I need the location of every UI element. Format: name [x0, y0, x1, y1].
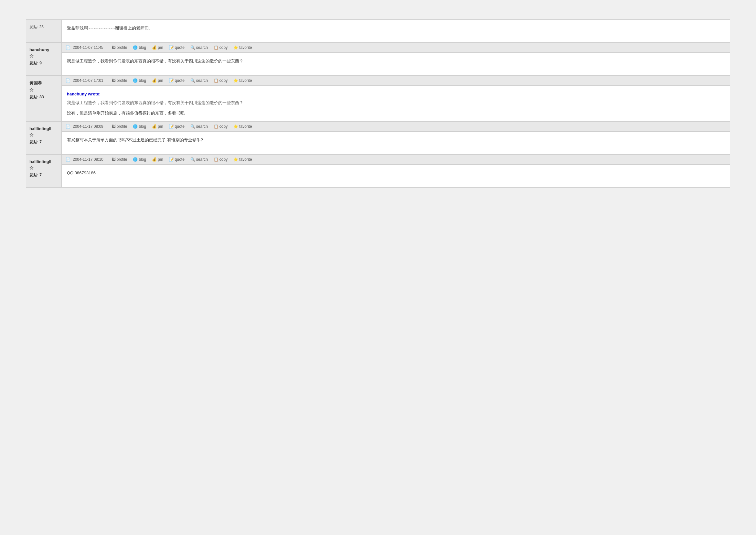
action-profile[interactable]: 🖼profile — [112, 45, 127, 50]
author-name: hxlllinlingll — [29, 159, 58, 164]
action-pm[interactable]: 💰pm — [152, 45, 163, 50]
post-datetime: 2004-11-17 08:10 — [73, 157, 103, 162]
post-row: hxlllinlingll ☆ 发贴: 7 📄2004-11-17 08:10🖼… — [26, 155, 730, 187]
action-favorite[interactable]: ⭐favorite — [233, 45, 252, 50]
post-header: 📄2004-11-07 17:01🖼profile🌐blog💰pm📝quote🔍… — [62, 76, 730, 86]
copy-icon: 📋 — [214, 45, 219, 50]
search-icon: 🔍 — [190, 124, 195, 129]
doc-icon: 📄 — [66, 157, 70, 162]
quote-block: hanchuny wrote: 我是做工程造价，我看到你们发表的东西真的很不错，… — [67, 90, 725, 107]
quote-icon: 📝 — [169, 45, 174, 50]
action-quote[interactable]: 📝quote — [169, 157, 185, 162]
action-copy[interactable]: 📋copy — [214, 45, 228, 50]
post-text: 没有，但是清单刚开始实施，有很多值得探讨的东西，多看书吧 — [67, 109, 725, 117]
pm-icon: 💰 — [152, 157, 157, 162]
post-row: hanchuny ☆ 发贴: 9 📄2004-11-07 11:45🖼profi… — [26, 43, 730, 76]
action-copy[interactable]: 📋copy — [214, 157, 228, 162]
forum-table: 发贴: 23受益菲浅啊~~~~~~~~~~~谢谢楼上的老师们。 hanchuny… — [26, 19, 730, 187]
action-search[interactable]: 🔍search — [190, 124, 208, 129]
post-text: 有兴趣写本关于清单方面的书吗?不过土建的已经完了.有谁别的专业够牛? — [67, 136, 725, 144]
action-profile[interactable]: 🖼profile — [112, 157, 127, 162]
action-profile[interactable]: 🖼profile — [112, 78, 127, 83]
favorite-icon: ⭐ — [233, 157, 238, 162]
blog-icon: 🌐 — [133, 45, 138, 50]
action-favorite[interactable]: ⭐favorite — [233, 78, 252, 83]
favorite-icon: ⭐ — [233, 45, 238, 50]
action-quote[interactable]: 📝quote — [169, 124, 185, 129]
post-header: 📄2004-11-17 08:09🖼profile🌐blog💰pm📝quote🔍… — [62, 122, 730, 132]
action-quote[interactable]: 📝quote — [169, 78, 185, 83]
search-icon: 🔍 — [190, 45, 195, 50]
doc-icon: 📄 — [66, 124, 70, 129]
copy-icon: 📋 — [214, 78, 219, 83]
post-count: 发贴: 7 — [29, 139, 58, 145]
action-pm[interactable]: 💰pm — [152, 157, 163, 162]
action-copy[interactable]: 📋copy — [214, 124, 228, 129]
action-search[interactable]: 🔍search — [190, 157, 208, 162]
doc-icon: 📄 — [66, 45, 70, 50]
author-cell: 发贴: 23 — [26, 20, 62, 43]
pm-icon: 💰 — [152, 124, 157, 129]
action-favorite[interactable]: ⭐favorite — [233, 157, 252, 162]
post-text: QQ:386793186 — [67, 169, 725, 177]
author-star: ☆ — [29, 87, 58, 93]
search-icon: 🔍 — [190, 78, 195, 83]
copy-icon: 📋 — [214, 124, 219, 129]
action-pm[interactable]: 💰pm — [152, 78, 163, 83]
author-star: ☆ — [29, 132, 58, 137]
author-star: ☆ — [29, 53, 58, 59]
action-profile[interactable]: 🖼profile — [112, 124, 127, 129]
blog-icon: 🌐 — [133, 124, 138, 129]
profile-icon: 🖼 — [112, 124, 116, 129]
blog-icon: 🌐 — [133, 78, 138, 83]
favorite-icon: ⭐ — [233, 78, 238, 83]
post-row: 黄国孝 ☆ 发贴: 83 📄2004-11-07 17:01🖼profile🌐b… — [26, 76, 730, 122]
author-cell: hxlllinlingll ☆ 发贴: 7 — [26, 155, 62, 187]
author-star: ☆ — [29, 165, 58, 170]
action-search[interactable]: 🔍search — [190, 45, 208, 50]
action-blog[interactable]: 🌐blog — [133, 124, 146, 129]
author-name: hxlllinlingll — [29, 126, 58, 131]
pm-icon: 💰 — [152, 78, 157, 83]
post-body: 我是做工程造价，我看到你们发表的东西真的很不错，有没有关于四川这边的造价的一些东… — [62, 53, 730, 75]
post-body: hanchuny wrote: 我是做工程造价，我看到你们发表的东西真的很不错，… — [62, 86, 730, 121]
action-blog[interactable]: 🌐blog — [133, 45, 146, 50]
content-cell: 受益菲浅啊~~~~~~~~~~~谢谢楼上的老师们。 — [62, 20, 730, 43]
post-header: 📄2004-11-17 08:10🖼profile🌐blog💰pm📝quote🔍… — [62, 155, 730, 165]
post-body: 受益菲浅啊~~~~~~~~~~~谢谢楼上的老师们。 — [62, 20, 730, 42]
action-blog[interactable]: 🌐blog — [133, 157, 146, 162]
post-body: 有兴趣写本关于清单方面的书吗?不过土建的已经完了.有谁别的专业够牛? — [62, 132, 730, 154]
post-body: QQ:386793186 — [62, 165, 730, 187]
quote-icon: 📝 — [169, 78, 174, 83]
post-row: 发贴: 23受益菲浅啊~~~~~~~~~~~谢谢楼上的老师们。 — [26, 20, 730, 43]
copy-icon: 📋 — [214, 157, 219, 162]
favorite-icon: ⭐ — [233, 124, 238, 129]
quote-text: 我是做工程造价，我看到你们发表的东西真的很不错，有没有关于四川这边的造价的一些东… — [67, 99, 725, 106]
content-cell: 📄2004-11-07 11:45🖼profile🌐blog💰pm📝quote🔍… — [62, 43, 730, 76]
author-name: 黄国孝 — [29, 80, 58, 86]
action-blog[interactable]: 🌐blog — [133, 78, 146, 83]
pm-icon: 💰 — [152, 45, 157, 50]
action-pm[interactable]: 💰pm — [152, 124, 163, 129]
quote-icon: 📝 — [169, 157, 174, 162]
content-cell: 📄2004-11-17 08:09🖼profile🌐blog💰pm📝quote🔍… — [62, 122, 730, 155]
quote-icon: 📝 — [169, 124, 174, 129]
doc-icon: 📄 — [66, 78, 70, 83]
action-quote[interactable]: 📝quote — [169, 45, 185, 50]
profile-icon: 🖼 — [112, 78, 116, 83]
author-cell: hanchuny ☆ 发贴: 9 — [26, 43, 62, 76]
quote-author: hanchuny wrote: — [67, 90, 725, 98]
action-favorite[interactable]: ⭐favorite — [233, 124, 252, 129]
author-cell: 黄国孝 ☆ 发贴: 83 — [26, 76, 62, 122]
author-cell: hxlllinlingll ☆ 发贴: 7 — [26, 122, 62, 155]
post-text: 受益菲浅啊~~~~~~~~~~~谢谢楼上的老师们。 — [67, 24, 725, 32]
post-header: 📄2004-11-07 11:45🖼profile🌐blog💰pm📝quote🔍… — [62, 43, 730, 53]
action-copy[interactable]: 📋copy — [214, 78, 228, 83]
post-text: 我是做工程造价，我看到你们发表的东西真的很不错，有没有关于四川这边的造价的一些东… — [67, 57, 725, 65]
action-search[interactable]: 🔍search — [190, 78, 208, 83]
post-count: 发贴: 83 — [29, 95, 58, 100]
profile-icon: 🖼 — [112, 157, 116, 162]
post-count: 发贴: 9 — [29, 61, 58, 66]
author-name: hanchuny — [29, 47, 58, 52]
post-datetime: 2004-11-17 08:09 — [73, 124, 103, 129]
